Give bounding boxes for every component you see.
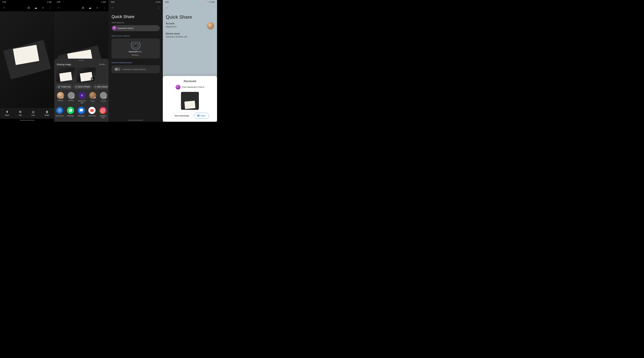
cast-icon-p1[interactable]: ⊡ <box>26 5 31 10</box>
app-gmail-chat[interactable]: Gmail Chat <box>87 106 97 119</box>
contact-avatar-3: # ✱ <box>78 92 86 99</box>
panel-quick-share-received: 3:03 ⏰ * ▾ 78% ← Quick Share Account @gm… <box>163 0 217 122</box>
lens-icon-p1: ◎ <box>32 110 34 114</box>
back-button-p3[interactable]: ← <box>110 5 115 10</box>
device-chip[interactable]: Namerah's Pixel 8 <box>112 25 160 31</box>
device-chip-name: Namerah's Pixel 8 <box>118 27 134 29</box>
sending-status: Sending... <box>132 54 140 56</box>
nav-share-p1[interactable]: ⬆ Share <box>5 110 9 116</box>
toolbar-actions-p2: ⊡ ☁ ☆ ⋮ <box>80 5 107 10</box>
back-button-p1[interactable]: ← <box>2 5 6 10</box>
back-button-p4[interactable]: ← <box>164 5 169 10</box>
app-whatsapp[interactable]: WhatsApp <box>66 106 75 119</box>
instagram-label: Instagram Feed <box>99 115 107 119</box>
sending-device-card[interactable]: 📱 Namerah's O... Sending... <box>112 39 160 59</box>
loading-ring <box>131 40 140 50</box>
action-row: 🔗 Create Link ⬡ Send in Photos + Add to … <box>54 84 108 91</box>
nav-edit-p1[interactable]: ⚙ Edit <box>19 110 22 116</box>
status-bar-p1: 2:58 ▾ 88% <box>0 0 54 4</box>
contact-item-5[interactable]: G To you,... <box>99 92 108 104</box>
view-downloads-button[interactable]: View downloads <box>171 113 192 119</box>
nearby-toggle[interactable] <box>114 68 120 71</box>
battery-icon-p2: 88% <box>103 1 106 3</box>
edit-icon-p1: ⚙ <box>19 110 22 114</box>
nav-delete-p1[interactable]: 🗑 Delete <box>45 110 50 116</box>
status-icons-p4: ⏰ * ▾ 78% <box>206 1 215 3</box>
account-text: Account @gmail.com <box>166 22 176 28</box>
google-badge-4: G <box>94 97 96 99</box>
more-icon-p2[interactable]: ⋮ <box>102 5 107 10</box>
messages-label: Messages <box>78 115 85 117</box>
instagram-icon <box>100 107 106 114</box>
messages-icon <box>78 107 85 114</box>
back-button-p2[interactable]: ← <box>56 5 61 10</box>
app-quickshare[interactable]: Quick Share <box>55 106 64 119</box>
toolbar-p2: ← ⊡ ☁ ☆ ⋮ <box>54 4 108 11</box>
share-sheet: Sharing image Modify › ✎ 🔗 Create Link ⬡ <box>54 59 108 122</box>
link-icon: 🔗 <box>58 86 60 88</box>
contact-item-4[interactable]: G To you,... <box>88 92 97 104</box>
wifi-icon: ▾ <box>47 1 48 3</box>
nav-lens-p1[interactable]: ◎ Lens <box>32 110 35 116</box>
google-badge-5: G <box>105 97 107 99</box>
quick-share-panel: Quick Share You'll share as Namerah's Pi… <box>108 11 163 119</box>
contact-avatar-1: G <box>57 92 64 99</box>
received-buttons: View downloads 🖼 Open <box>166 113 214 119</box>
add-to-album-chip[interactable]: + Add to Album <box>93 84 108 89</box>
device-label: Device name <box>166 32 214 35</box>
contact-name-3: #android-central <box>78 100 86 104</box>
add-to-album-label: Add to Album <box>97 86 108 88</box>
whatsapp-icon <box>67 107 74 114</box>
received-image <box>181 92 199 110</box>
delete-icon-p1: 🗑 <box>46 110 48 114</box>
cast-icon-p2[interactable]: ⊡ <box>80 5 85 10</box>
alarm-icon-p4: ⏰ <box>206 1 208 3</box>
contact-name-2 <box>68 100 74 101</box>
account-label: Account <box>166 22 176 25</box>
quickshare-label: Quick Share <box>56 115 64 117</box>
status-bar-p3: 3:03 ▾ 87% <box>108 0 163 4</box>
status-icons-p3: ▾ 87% <box>156 1 160 3</box>
preview-thumb-2[interactable]: ✎ <box>76 68 96 82</box>
gmail-chat-icon <box>88 107 96 114</box>
avatar-image-p4 <box>207 22 214 29</box>
open-button[interactable]: 🖼 Open <box>194 113 209 119</box>
photo-image-p1 <box>0 11 54 108</box>
status-time-p2: 2:58 <box>57 1 60 3</box>
bt-icon-p4: * <box>209 1 209 3</box>
whatsapp-label: WhatsApp <box>67 115 74 117</box>
create-link-label: Create Link <box>61 86 70 88</box>
panel-quick-share-sending: 3:03 ▾ 87% ← ⋮ Quick Share You'll share … <box>108 0 163 122</box>
create-link-chip[interactable]: 🔗 Create Link <box>56 84 72 89</box>
google-badge-1: G <box>62 97 64 99</box>
contact-item-2[interactable]: G <box>67 92 76 104</box>
share-icon-p1: ⬆ <box>6 110 8 114</box>
cloud-icon-p1[interactable]: ☁ <box>34 5 38 10</box>
panel-photos-viewer: 2:58 ▾ 88% ← ⊡ ☁ ☆ ⋮ ⬆ Share <box>0 0 54 122</box>
looking-nearby-text: Looking for nearby devices... <box>122 68 147 70</box>
status-time-p3: 3:03 <box>111 1 114 3</box>
avatar-image <box>112 26 116 30</box>
preview-thumb-1[interactable] <box>56 68 76 82</box>
status-time-p4: 3:03 <box>165 1 168 3</box>
cloud-icon-p2[interactable]: ☁ <box>88 5 92 10</box>
star-icon-p2[interactable]: ☆ <box>95 5 100 10</box>
nav-edit-label: Edit <box>19 114 22 116</box>
photos-icon: ⬡ <box>75 86 77 88</box>
status-bar-p4: 3:03 ⏰ * ▾ 78% <box>163 0 217 4</box>
home-indicator-p3 <box>108 119 163 122</box>
send-in-photos-chip[interactable]: ⬡ Send in Photos <box>73 84 92 89</box>
star-icon-p1[interactable]: ☆ <box>40 5 45 10</box>
contact-item-3[interactable]: # ✱ #android-central <box>78 92 86 104</box>
sending-device-name: Namerah's O... <box>129 51 143 53</box>
more-button-p3[interactable]: ⋮ <box>156 5 161 10</box>
status-icons-p2: ▾ 88% <box>101 1 106 3</box>
contact-avatar-2: G <box>68 92 75 99</box>
home-indicator-p1 <box>0 119 54 122</box>
more-icon-p1[interactable]: ⋮ <box>48 5 52 10</box>
app-instagram[interactable]: Instagram Feed <box>98 106 108 119</box>
contact-item-1[interactable]: G <box>56 92 65 104</box>
app-messages[interactable]: Messages <box>76 106 86 119</box>
modify-button[interactable]: Modify › <box>99 63 106 66</box>
toolbar-actions-p1: ⊡ ☁ ☆ ⋮ <box>26 5 52 10</box>
